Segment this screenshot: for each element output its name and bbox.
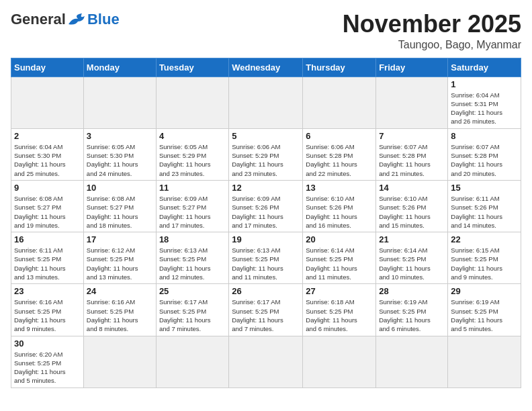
calendar-cell [156, 336, 228, 387]
day-number: 26 [232, 286, 300, 296]
day-number: 19 [232, 234, 300, 244]
calendar-cell [83, 77, 156, 128]
week-row-6: 30Sunrise: 6:20 AM Sunset: 5:25 PM Dayli… [11, 336, 521, 387]
day-number: 4 [159, 131, 226, 141]
calendar-cell: 16Sunrise: 6:11 AM Sunset: 5:25 PM Dayli… [11, 232, 84, 284]
calendar-cell: 17Sunrise: 6:12 AM Sunset: 5:25 PM Dayli… [83, 232, 156, 284]
day-info: Sunrise: 6:04 AM Sunset: 5:30 PM Dayligh… [14, 142, 81, 178]
week-row-5: 23Sunrise: 6:16 AM Sunset: 5:25 PM Dayli… [11, 284, 521, 336]
day-header-friday: Friday [376, 58, 448, 77]
day-info: Sunrise: 6:12 AM Sunset: 5:25 PM Dayligh… [87, 246, 153, 281]
calendar-cell [83, 336, 156, 387]
day-header-thursday: Thursday [303, 58, 376, 77]
calendar-cell: 12Sunrise: 6:09 AM Sunset: 5:26 PM Dayli… [229, 180, 303, 232]
day-info: Sunrise: 6:04 AM Sunset: 5:31 PM Dayligh… [451, 91, 518, 126]
week-row-2: 2Sunrise: 6:04 AM Sunset: 5:30 PM Daylig… [11, 128, 521, 180]
calendar-cell: 4Sunrise: 6:05 AM Sunset: 5:29 PM Daylig… [156, 128, 228, 180]
day-number: 16 [14, 234, 81, 244]
title-area: November 2025 Taungoo, Bago, Myanmar [343, 11, 521, 51]
calendar-cell [303, 77, 376, 128]
calendar-cell: 21Sunrise: 6:14 AM Sunset: 5:25 PM Dayli… [376, 232, 448, 284]
day-number: 25 [159, 286, 226, 296]
day-number: 15 [451, 183, 518, 193]
month-year-title: November 2025 [343, 11, 521, 38]
day-info: Sunrise: 6:20 AM Sunset: 5:25 PM Dayligh… [14, 350, 81, 385]
day-number: 6 [306, 131, 373, 141]
location-subtitle: Taungoo, Bago, Myanmar [343, 39, 521, 51]
calendar-cell: 9Sunrise: 6:08 AM Sunset: 5:27 PM Daylig… [11, 180, 84, 232]
day-number: 29 [451, 286, 518, 296]
day-info: Sunrise: 6:08 AM Sunset: 5:27 PM Dayligh… [87, 194, 153, 230]
calendar-cell: 20Sunrise: 6:14 AM Sunset: 5:25 PM Dayli… [303, 232, 376, 284]
week-row-3: 9Sunrise: 6:08 AM Sunset: 5:27 PM Daylig… [11, 180, 521, 232]
day-info: Sunrise: 6:15 AM Sunset: 5:25 PM Dayligh… [451, 246, 518, 281]
calendar-header-row: SundayMondayTuesdayWednesdayThursdayFrid… [11, 58, 521, 77]
day-number: 14 [379, 183, 445, 193]
logo-bird-icon [67, 12, 87, 27]
logo-general-text: General [11, 11, 66, 28]
week-row-1: 1Sunrise: 6:04 AM Sunset: 5:31 PM Daylig… [11, 77, 521, 128]
calendar-cell: 6Sunrise: 6:06 AM Sunset: 5:28 PM Daylig… [303, 128, 376, 180]
calendar-cell: 10Sunrise: 6:08 AM Sunset: 5:27 PM Dayli… [83, 180, 156, 232]
day-number: 18 [159, 234, 226, 244]
day-header-saturday: Saturday [448, 58, 521, 77]
calendar-cell: 3Sunrise: 6:05 AM Sunset: 5:30 PM Daylig… [83, 128, 156, 180]
logo: General Blue [11, 11, 120, 28]
day-header-wednesday: Wednesday [229, 58, 303, 77]
day-header-sunday: Sunday [11, 58, 84, 77]
day-number: 20 [306, 234, 373, 244]
day-info: Sunrise: 6:14 AM Sunset: 5:25 PM Dayligh… [306, 246, 373, 281]
day-number: 8 [451, 131, 518, 141]
calendar-cell: 19Sunrise: 6:13 AM Sunset: 5:25 PM Dayli… [229, 232, 303, 284]
day-info: Sunrise: 6:11 AM Sunset: 5:25 PM Dayligh… [14, 246, 81, 281]
calendar-cell: 18Sunrise: 6:13 AM Sunset: 5:25 PM Dayli… [156, 232, 228, 284]
calendar-cell: 26Sunrise: 6:17 AM Sunset: 5:25 PM Dayli… [229, 284, 303, 336]
day-info: Sunrise: 6:19 AM Sunset: 5:25 PM Dayligh… [451, 298, 518, 333]
calendar-cell: 11Sunrise: 6:09 AM Sunset: 5:27 PM Dayli… [156, 180, 228, 232]
calendar-cell: 24Sunrise: 6:16 AM Sunset: 5:25 PM Dayli… [83, 284, 156, 336]
calendar-cell: 2Sunrise: 6:04 AM Sunset: 5:30 PM Daylig… [11, 128, 84, 180]
day-info: Sunrise: 6:05 AM Sunset: 5:29 PM Dayligh… [159, 142, 226, 178]
day-number: 24 [87, 286, 153, 296]
calendar-cell [376, 336, 448, 387]
day-info: Sunrise: 6:13 AM Sunset: 5:25 PM Dayligh… [159, 246, 226, 281]
calendar-cell [448, 336, 521, 387]
calendar-cell [303, 336, 376, 387]
day-info: Sunrise: 6:16 AM Sunset: 5:25 PM Dayligh… [14, 298, 81, 333]
day-number: 1 [451, 79, 518, 89]
calendar-cell: 23Sunrise: 6:16 AM Sunset: 5:25 PM Dayli… [11, 284, 84, 336]
day-number: 27 [306, 286, 373, 296]
week-row-4: 16Sunrise: 6:11 AM Sunset: 5:25 PM Dayli… [11, 232, 521, 284]
day-number: 7 [379, 131, 445, 141]
day-info: Sunrise: 6:05 AM Sunset: 5:30 PM Dayligh… [87, 142, 153, 178]
header: General Blue November 2025 Taungoo, Bago… [11, 11, 521, 51]
calendar-cell: 30Sunrise: 6:20 AM Sunset: 5:25 PM Dayli… [11, 336, 84, 387]
day-info: Sunrise: 6:18 AM Sunset: 5:25 PM Dayligh… [306, 298, 373, 333]
day-header-monday: Monday [83, 58, 156, 77]
day-header-tuesday: Tuesday [156, 58, 228, 77]
calendar-cell: 13Sunrise: 6:10 AM Sunset: 5:26 PM Dayli… [303, 180, 376, 232]
day-number: 9 [14, 183, 81, 193]
calendar-cell: 25Sunrise: 6:17 AM Sunset: 5:25 PM Dayli… [156, 284, 228, 336]
day-info: Sunrise: 6:17 AM Sunset: 5:25 PM Dayligh… [232, 298, 300, 333]
day-number: 3 [87, 131, 153, 141]
day-info: Sunrise: 6:17 AM Sunset: 5:25 PM Dayligh… [159, 298, 226, 333]
day-info: Sunrise: 6:13 AM Sunset: 5:25 PM Dayligh… [232, 246, 300, 281]
calendar-cell: 29Sunrise: 6:19 AM Sunset: 5:25 PM Dayli… [448, 284, 521, 336]
day-info: Sunrise: 6:06 AM Sunset: 5:28 PM Dayligh… [306, 142, 373, 178]
calendar-cell: 27Sunrise: 6:18 AM Sunset: 5:25 PM Dayli… [303, 284, 376, 336]
day-number: 12 [232, 183, 300, 193]
calendar-cell: 8Sunrise: 6:07 AM Sunset: 5:28 PM Daylig… [448, 128, 521, 180]
day-number: 30 [14, 338, 81, 349]
day-info: Sunrise: 6:10 AM Sunset: 5:26 PM Dayligh… [379, 194, 445, 230]
calendar-cell [229, 336, 303, 387]
day-info: Sunrise: 6:06 AM Sunset: 5:29 PM Dayligh… [232, 142, 300, 178]
day-info: Sunrise: 6:07 AM Sunset: 5:28 PM Dayligh… [379, 142, 445, 178]
calendar-cell: 1Sunrise: 6:04 AM Sunset: 5:31 PM Daylig… [448, 77, 521, 128]
day-info: Sunrise: 6:19 AM Sunset: 5:25 PM Dayligh… [379, 298, 445, 333]
day-number: 2 [14, 131, 81, 141]
calendar-table: SundayMondayTuesdayWednesdayThursdayFrid… [11, 58, 521, 388]
day-number: 17 [87, 234, 153, 244]
calendar-cell [376, 77, 448, 128]
day-info: Sunrise: 6:10 AM Sunset: 5:26 PM Dayligh… [306, 194, 373, 230]
